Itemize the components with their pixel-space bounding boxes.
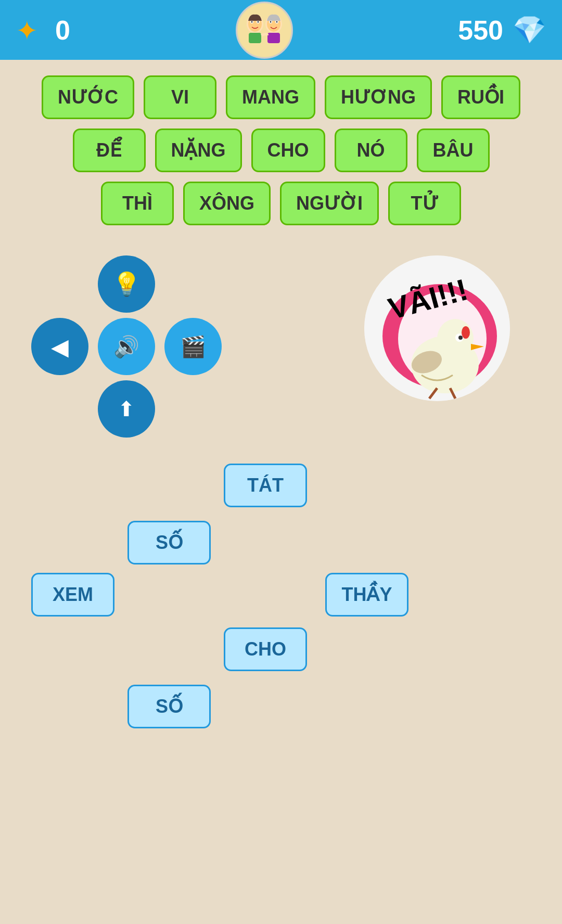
tile-cho[interactable]: CHO [251, 129, 325, 172]
avatar [236, 2, 293, 59]
tile-tu[interactable]: TỬ [388, 182, 461, 225]
tiles-area: NƯỚC VI MANG HƯƠNG RUỒI ĐỂ NẶNG CHO NÓ B… [0, 60, 562, 240]
tile-mang[interactable]: MANG [226, 75, 315, 119]
tile-de[interactable]: ĐỂ [73, 129, 146, 172]
svg-point-0 [238, 4, 290, 56]
tile-xong[interactable]: XÔNG [183, 182, 271, 225]
svg-point-10 [270, 21, 271, 22]
answer-tile-so1[interactable]: SỐ [127, 521, 211, 564]
avatar-svg [238, 4, 290, 56]
tile-huong[interactable]: HƯƠNG [325, 75, 432, 119]
answer-tile-cho[interactable]: CHO [224, 627, 307, 671]
gem-score: 550 [458, 15, 503, 46]
tile-nang[interactable]: NẶNG [155, 129, 242, 172]
controls-middle-row: ◀ 🔊 🎬 [31, 318, 222, 375]
header: ✦ 0 [0, 0, 562, 60]
share-button[interactable]: ⬆ [98, 380, 155, 438]
svg-point-23 [458, 336, 463, 340]
gem-icon: 💎 [513, 14, 546, 46]
video-button[interactable]: 🎬 [164, 318, 222, 375]
svg-point-27 [462, 326, 470, 339]
sticker-container: VÃI!!! [222, 255, 541, 401]
tile-no[interactable]: NÓ [335, 129, 407, 172]
answer-tile-xem[interactable]: XEM [31, 573, 114, 617]
tiles-row-1: NƯỚC VI MANG HƯƠNG RUỒI [10, 75, 552, 119]
sticker-svg: VÃI!!! [364, 255, 510, 401]
tile-ruoi[interactable]: RUỒI [441, 75, 520, 119]
tile-nuoc[interactable]: NƯỚC [42, 75, 134, 119]
hint-button[interactable]: 💡 [98, 255, 155, 313]
tiles-row-2: ĐỂ NẶNG CHO NÓ BÂU [10, 129, 552, 172]
answer-tile-so2[interactable]: SỐ [127, 685, 211, 728]
header-left: ✦ 0 [16, 15, 70, 46]
svg-point-20 [437, 319, 474, 358]
answer-area: TÁT SỐ XEM THẦY CHO SỐ [0, 448, 562, 739]
sound-button[interactable]: 🔊 [98, 318, 155, 375]
svg-rect-14 [267, 33, 280, 43]
svg-rect-13 [249, 33, 261, 43]
tile-nguoi[interactable]: NGƯỜI [280, 182, 379, 225]
svg-point-4 [251, 21, 252, 22]
tile-vi[interactable]: VI [144, 75, 216, 119]
answer-tile-tat[interactable]: TÁT [224, 464, 307, 507]
tile-bau[interactable]: BÂU [417, 129, 490, 172]
svg-point-6 [257, 21, 259, 22]
controls-sticker-area: 💡 ◀ 🔊 🎬 ⬆ VÃI!!! [0, 240, 562, 443]
sticker-image: VÃI!!! [364, 255, 510, 401]
tile-thi[interactable]: THÌ [101, 182, 174, 225]
buttons-cluster: 💡 ◀ 🔊 🎬 ⬆ [31, 255, 222, 438]
header-score: 0 [55, 15, 70, 46]
back-button[interactable]: ◀ [31, 318, 88, 375]
stars-icon: ✦ [16, 15, 46, 45]
header-right: 550 💎 [458, 14, 546, 46]
tiles-row-3: THÌ XÔNG NGƯỜI TỬ [10, 182, 552, 225]
answer-tile-thay[interactable]: THẦY [325, 573, 408, 617]
svg-point-12 [276, 21, 277, 22]
